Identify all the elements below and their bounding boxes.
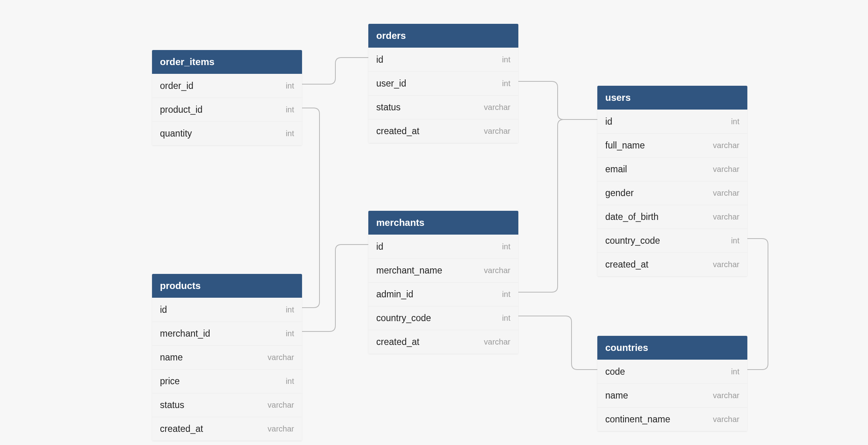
column-name: email — [605, 164, 627, 175]
column-type: varchar — [713, 260, 739, 269]
column-type: varchar — [484, 127, 510, 136]
column-type: varchar — [484, 103, 510, 112]
column-name: admin_id — [376, 289, 413, 300]
table-row[interactable]: date_of_birth varchar — [597, 205, 747, 229]
table-row[interactable]: country_code int — [597, 229, 747, 252]
table-merchants-header: merchants — [368, 211, 518, 235]
column-type: varchar — [713, 212, 739, 222]
column-type: int — [286, 129, 294, 138]
column-type: int — [286, 81, 294, 91]
table-row[interactable]: id int — [368, 235, 518, 258]
column-name: quantity — [160, 128, 192, 139]
table-row[interactable]: name varchar — [152, 345, 302, 369]
table-row[interactable]: user_id int — [368, 71, 518, 95]
column-type: varchar — [713, 189, 739, 198]
table-row[interactable]: gender varchar — [597, 181, 747, 205]
table-users-header: users — [597, 86, 747, 110]
table-merchants[interactable]: merchants id int merchant_name varchar a… — [368, 211, 518, 354]
table-row[interactable]: created_at varchar — [597, 252, 747, 276]
table-row[interactable]: code int — [597, 360, 747, 383]
table-row[interactable]: country_code int — [368, 306, 518, 330]
column-name: id — [376, 241, 383, 252]
column-type: varchar — [484, 266, 510, 275]
table-row[interactable]: continent_name varchar — [597, 407, 747, 431]
column-name: continent_name — [605, 414, 670, 425]
table-row[interactable]: order_id int — [152, 74, 302, 98]
column-name: price — [160, 376, 180, 387]
table-row[interactable]: status varchar — [368, 95, 518, 119]
column-name: name — [605, 390, 628, 401]
column-type: int — [502, 290, 510, 299]
column-type: varchar — [713, 391, 739, 400]
table-countries-header: countries — [597, 336, 747, 360]
table-row[interactable]: full_name varchar — [597, 133, 747, 157]
column-name: order_id — [160, 81, 193, 91]
column-type: int — [502, 314, 510, 323]
column-name: gender — [605, 188, 634, 198]
table-row[interactable]: id int — [368, 48, 518, 71]
table-row[interactable]: admin_id int — [368, 282, 518, 306]
column-name: created_at — [605, 259, 649, 270]
column-name: user_id — [376, 78, 406, 89]
column-name: id — [160, 304, 167, 315]
table-products-header: products — [152, 274, 302, 298]
table-order-items-header: order_items — [152, 50, 302, 74]
column-type: int — [731, 117, 739, 126]
table-row[interactable]: merchant_id int — [152, 322, 302, 345]
table-order-items[interactable]: order_items order_id int product_id int … — [152, 50, 302, 145]
table-row[interactable]: created_at varchar — [368, 330, 518, 354]
column-name: created_at — [376, 126, 420, 137]
column-name: full_name — [605, 140, 645, 151]
column-name: status — [160, 400, 184, 410]
table-row[interactable]: id int — [597, 110, 747, 133]
table-orders[interactable]: orders id int user_id int status varchar… — [368, 24, 518, 143]
table-users[interactable]: users id int full_name varchar email var… — [597, 86, 747, 276]
table-countries[interactable]: countries code int name varchar continen… — [597, 336, 747, 431]
column-type: int — [731, 367, 739, 376]
column-type: varchar — [268, 424, 294, 433]
column-type: int — [286, 105, 294, 114]
column-name: id — [605, 116, 612, 127]
column-type: varchar — [713, 415, 739, 424]
table-row[interactable]: email varchar — [597, 157, 747, 181]
table-row[interactable]: quantity int — [152, 121, 302, 145]
table-row[interactable]: created_at varchar — [152, 417, 302, 441]
column-type: int — [286, 305, 294, 314]
column-name: created_at — [160, 424, 203, 434]
column-name: merchant_name — [376, 265, 442, 276]
table-row[interactable]: id int — [152, 298, 302, 322]
column-name: created_at — [376, 337, 420, 347]
column-name: country_code — [605, 235, 660, 246]
table-products[interactable]: products id int merchant_id int name var… — [152, 274, 302, 441]
table-orders-header: orders — [368, 24, 518, 48]
column-type: int — [286, 377, 294, 386]
column-name: country_code — [376, 313, 431, 324]
table-row[interactable]: created_at varchar — [368, 119, 518, 143]
column-type: varchar — [713, 141, 739, 150]
table-row[interactable]: status varchar — [152, 393, 302, 417]
column-name: status — [376, 102, 400, 113]
column-type: int — [502, 79, 510, 88]
column-type: varchar — [713, 165, 739, 174]
table-row[interactable]: price int — [152, 369, 302, 393]
column-type: int — [286, 329, 294, 338]
column-name: product_id — [160, 104, 202, 115]
column-type: varchar — [268, 353, 294, 362]
column-type: int — [502, 242, 510, 251]
column-type: int — [731, 236, 739, 245]
table-row[interactable]: merchant_name varchar — [368, 258, 518, 282]
column-name: id — [376, 54, 383, 65]
table-row[interactable]: name varchar — [597, 383, 747, 407]
column-type: int — [502, 55, 510, 64]
column-type: varchar — [484, 337, 510, 347]
column-name: merchant_id — [160, 328, 210, 339]
column-name: code — [605, 366, 625, 377]
column-type: varchar — [268, 401, 294, 410]
column-name: name — [160, 352, 183, 363]
column-name: date_of_birth — [605, 212, 658, 222]
table-row[interactable]: product_id int — [152, 98, 302, 121]
